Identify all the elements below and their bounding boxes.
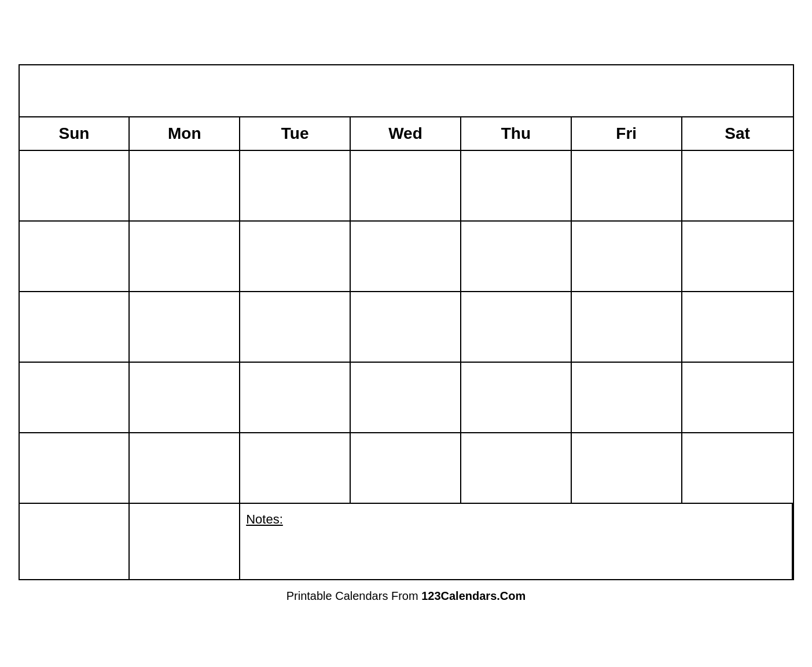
header-wed: Wed	[351, 117, 461, 150]
calendar-row-4	[20, 363, 793, 433]
cell-r3-thu	[461, 292, 572, 362]
cell-r1-mon	[130, 151, 240, 220]
notes-empty-sun	[20, 504, 130, 579]
notes-content: Notes:	[240, 504, 792, 579]
cell-r3-sun	[20, 292, 130, 362]
cell-r5-sat	[682, 433, 793, 503]
cell-r1-sun	[20, 151, 130, 220]
calendar-row-2	[20, 222, 793, 292]
header-mon: Mon	[130, 117, 240, 150]
calendar-title-row	[20, 65, 793, 117]
cell-r1-wed	[351, 151, 461, 220]
cell-r5-mon	[130, 433, 240, 503]
cell-r2-fri	[572, 222, 682, 291]
cell-r4-tue	[240, 363, 351, 432]
cell-r1-fri	[572, 151, 682, 220]
calendar-header: Sun Mon Tue Wed Thu Fri Sat	[20, 117, 793, 151]
cell-r4-wed	[351, 363, 461, 432]
cell-r3-tue	[240, 292, 351, 362]
cell-r5-sun	[20, 433, 130, 503]
footer: Printable Calendars From 123Calendars.Co…	[286, 589, 526, 603]
cell-r1-tue	[240, 151, 351, 220]
header-thu: Thu	[461, 117, 572, 150]
cell-r4-fri	[572, 363, 682, 432]
page-wrapper: Sun Mon Tue Wed Thu Fri Sat	[0, 0, 812, 667]
footer-text-bold: 123Calendars.Com	[421, 589, 526, 602]
cell-r3-mon	[130, 292, 240, 362]
cell-r4-mon	[130, 363, 240, 432]
cell-r2-sun	[20, 222, 130, 291]
cell-r5-tue	[240, 433, 351, 503]
footer-text-normal: Printable Calendars From	[286, 589, 421, 602]
cell-r2-wed	[351, 222, 461, 291]
cell-r2-tue	[240, 222, 351, 291]
cell-r4-sat	[682, 363, 793, 432]
calendar-row-5	[20, 433, 793, 504]
cell-r1-thu	[461, 151, 572, 220]
cell-r1-sat	[682, 151, 793, 220]
cell-r4-sun	[20, 363, 130, 432]
cell-r2-thu	[461, 222, 572, 291]
header-fri: Fri	[572, 117, 682, 150]
cell-r3-sat	[682, 292, 793, 362]
cell-r5-fri	[572, 433, 682, 503]
header-tue: Tue	[240, 117, 351, 150]
notes-empty-mon	[130, 504, 240, 579]
notes-row: Notes:	[20, 504, 793, 579]
calendar-row-1	[20, 151, 793, 222]
cell-r2-sat	[682, 222, 793, 291]
calendar-container: Sun Mon Tue Wed Thu Fri Sat	[19, 64, 794, 580]
cell-r4-thu	[461, 363, 572, 432]
header-sun: Sun	[20, 117, 130, 150]
cell-r3-wed	[351, 292, 461, 362]
cell-r2-mon	[130, 222, 240, 291]
cell-r3-fri	[572, 292, 682, 362]
header-sat: Sat	[682, 117, 793, 150]
calendar-row-3	[20, 292, 793, 363]
cell-r5-thu	[461, 433, 572, 503]
notes-label: Notes:	[246, 512, 283, 526]
cell-r5-wed	[351, 433, 461, 503]
calendar-body: Notes:	[20, 151, 793, 579]
